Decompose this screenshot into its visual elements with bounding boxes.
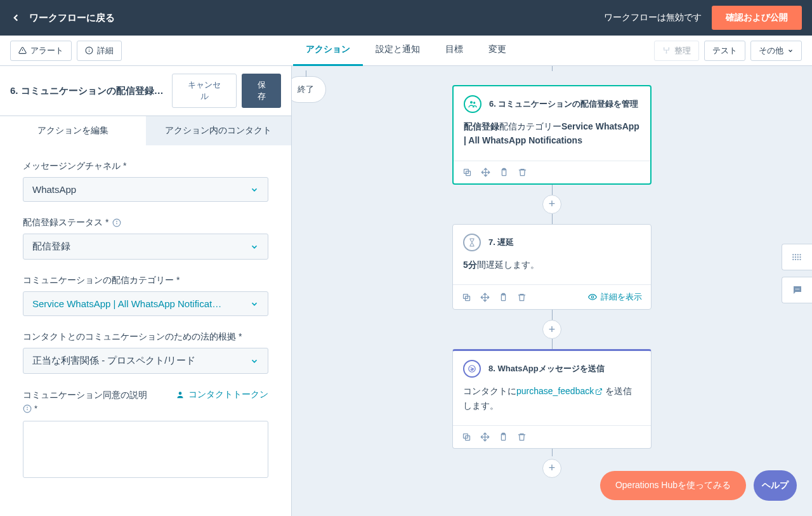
svg-point-4 bbox=[89, 49, 89, 50]
test-button[interactable]: テスト bbox=[704, 41, 745, 61]
svg-point-35 bbox=[792, 256, 794, 258]
operations-hub-button[interactable]: Operations Hubを使ってみる bbox=[600, 471, 746, 500]
consent-textarea[interactable] bbox=[23, 421, 268, 478]
action-card-6[interactable]: 6. コミュニケーションの配信登録を管理 配信登録配信カテゴリーService … bbox=[452, 85, 652, 185]
svg-point-32 bbox=[794, 254, 796, 255]
move-icon[interactable] bbox=[480, 293, 490, 302]
channel-label: メッセージングチャネル * bbox=[23, 161, 268, 172]
clipboard-icon[interactable] bbox=[499, 168, 509, 177]
save-button[interactable]: 保存 bbox=[242, 74, 281, 108]
message-icon bbox=[463, 360, 481, 378]
cancel-button[interactable]: キャンセル bbox=[172, 74, 237, 108]
legal-select[interactable]: 正当な利害関係 - プロスペクト/リード bbox=[23, 348, 268, 374]
main-tabs: アクション 設定と通知 目標 変更 bbox=[293, 35, 519, 66]
more-button[interactable]: その他 bbox=[750, 41, 802, 61]
external-link-icon bbox=[595, 388, 603, 395]
panel-tab-contacts[interactable]: アクション内のコンタクト bbox=[146, 116, 292, 145]
workflow-status: ワークフローは無効です bbox=[604, 12, 702, 23]
svg-point-25 bbox=[591, 296, 594, 298]
svg-point-39 bbox=[792, 259, 794, 260]
svg-point-31 bbox=[792, 254, 794, 255]
back-to-workflows[interactable]: ワークフローに戻る bbox=[10, 12, 115, 24]
svg-point-33 bbox=[797, 254, 798, 255]
add-action-button[interactable]: + bbox=[542, 320, 561, 339]
top-bar: ワークフローに戻る ワークフローは無効です 確認および公開 bbox=[0, 0, 812, 36]
svg-point-42 bbox=[799, 259, 801, 260]
chevron-left-icon bbox=[10, 12, 22, 23]
channel-select[interactable]: WhatsApp bbox=[23, 177, 268, 202]
clipboard-icon[interactable] bbox=[499, 293, 508, 302]
side-panel: 6. コミュニケーションの配信登録を… キャンセル 保存 アクションを編集 アク… bbox=[0, 66, 292, 516]
secondary-bar: アラート 詳細 アクション 設定と通知 目標 変更 整理 テスト その他 bbox=[0, 36, 812, 66]
svg-point-34 bbox=[799, 254, 801, 255]
tab-change[interactable]: 変更 bbox=[476, 35, 519, 66]
svg-point-14 bbox=[179, 392, 182, 395]
canvas[interactable]: 終了 6. コミュニケーションの配信登録を管理 配信登録配信カテゴリーServi… bbox=[292, 66, 812, 516]
svg-point-40 bbox=[794, 259, 796, 260]
publish-button[interactable]: 確認および公開 bbox=[712, 6, 802, 30]
svg-point-13 bbox=[27, 406, 28, 407]
svg-point-41 bbox=[797, 259, 798, 260]
add-action-button[interactable]: + bbox=[542, 195, 561, 214]
trash-icon[interactable] bbox=[518, 168, 527, 177]
svg-point-10 bbox=[116, 221, 117, 222]
copy-icon[interactable] bbox=[462, 293, 471, 302]
svg-point-36 bbox=[794, 256, 796, 258]
svg-point-15 bbox=[470, 101, 473, 103]
card-8-title: 8. WhatsAppメッセージを送信 bbox=[488, 363, 605, 374]
tab-settings[interactable]: 設定と通知 bbox=[363, 35, 433, 66]
eye-icon bbox=[588, 293, 597, 301]
contact-token-link[interactable]: コンタクトトークン bbox=[176, 389, 268, 400]
category-select[interactable]: Service WhatsApp | All WhatsApp Notifica… bbox=[23, 291, 268, 316]
warning-icon bbox=[18, 46, 27, 55]
alert-button[interactable]: アラート bbox=[10, 41, 72, 61]
clipboard-icon[interactable] bbox=[499, 432, 508, 442]
move-icon[interactable] bbox=[481, 168, 490, 177]
trash-icon[interactable] bbox=[517, 432, 527, 442]
help-button[interactable]: ヘルプ bbox=[754, 470, 797, 501]
add-action-button[interactable]: + bbox=[542, 459, 561, 478]
info-icon[interactable] bbox=[23, 404, 32, 413]
svg-point-7 bbox=[665, 52, 667, 53]
card-6-body: 配信登録配信カテゴリーService WhatsApp | All WhatsA… bbox=[454, 119, 650, 161]
svg-point-43 bbox=[796, 289, 797, 290]
show-detail-link[interactable]: 詳細を表示 bbox=[588, 291, 642, 303]
svg-point-45 bbox=[798, 289, 799, 290]
people-icon bbox=[464, 95, 481, 113]
category-label: コミュニケーションの配信カテゴリー * bbox=[23, 275, 268, 286]
trash-icon[interactable] bbox=[517, 293, 527, 302]
svg-point-6 bbox=[668, 48, 669, 49]
svg-point-5 bbox=[664, 48, 665, 49]
detail-button[interactable]: 詳細 bbox=[77, 41, 122, 61]
chevron-down-icon bbox=[250, 185, 259, 194]
info-icon bbox=[85, 46, 93, 55]
panel-tab-edit[interactable]: アクションを編集 bbox=[0, 116, 146, 145]
end-node[interactable]: 終了 bbox=[292, 76, 326, 103]
top-bar-right: ワークフローは無効です 確認および公開 bbox=[604, 6, 802, 30]
copy-icon[interactable] bbox=[462, 168, 472, 177]
status-select[interactable]: 配信登録 bbox=[23, 234, 268, 260]
move-icon[interactable] bbox=[480, 432, 490, 442]
card-6-title: 6. コミュニケーションの配信登録を管理 bbox=[489, 98, 638, 110]
legal-label: コンタクトとのコミュニケーションのための法的根拠 * bbox=[23, 331, 268, 343]
chevron-down-icon bbox=[787, 48, 794, 54]
minimap-button[interactable] bbox=[782, 244, 812, 270]
action-card-8[interactable]: 8. WhatsAppメッセージを送信 コンタクトにpurchase_feedb… bbox=[452, 349, 652, 449]
tab-goal[interactable]: 目標 bbox=[433, 35, 476, 66]
svg-point-37 bbox=[797, 256, 798, 258]
chevron-down-icon bbox=[250, 242, 259, 251]
hourglass-icon bbox=[463, 234, 481, 251]
svg-point-16 bbox=[473, 102, 475, 103]
info-icon[interactable] bbox=[112, 218, 121, 227]
person-icon bbox=[176, 390, 185, 399]
action-card-7[interactable]: 7. 遅延 5分間遅延します。 詳細を表示 bbox=[452, 224, 652, 310]
card-8-body: コンタクトにpurchase_feedback を送信します。 bbox=[453, 384, 651, 425]
tab-actions[interactable]: アクション bbox=[293, 35, 363, 66]
status-label: 配信登録ステータス * bbox=[23, 217, 268, 228]
svg-point-38 bbox=[799, 256, 801, 258]
back-label: ワークフローに戻る bbox=[29, 12, 115, 24]
copy-icon[interactable] bbox=[462, 432, 471, 442]
right-rail bbox=[782, 244, 812, 303]
comments-button[interactable] bbox=[782, 277, 812, 303]
organize-icon bbox=[662, 46, 671, 55]
